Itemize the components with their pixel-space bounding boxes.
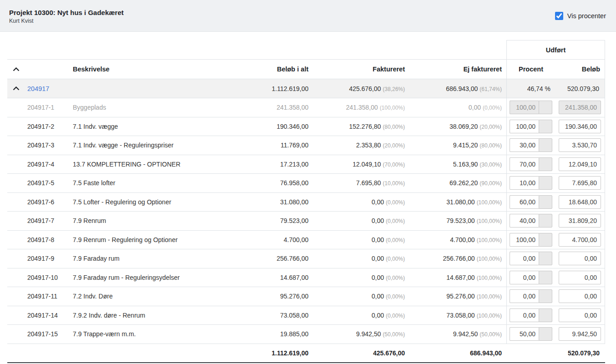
row-belob-i-alt: 76.958,00 <box>231 179 313 187</box>
column-header-faktureret: Faktureret <box>313 66 409 73</box>
collapse-all-toggle[interactable] <box>7 66 27 73</box>
percent-suffix <box>539 233 552 247</box>
row-belob-i-alt: 14.687,00 <box>231 274 313 281</box>
belob-input[interactable] <box>559 327 601 341</box>
table-body: 204917-1 Byggeplads 241.358,00 241.358,0… <box>7 98 605 344</box>
row-belob-i-alt: 4.700,00 <box>231 236 313 243</box>
row-procent-cell <box>506 306 555 325</box>
row-faktureret-pct: (0,00%) <box>386 256 405 262</box>
procent-input[interactable] <box>510 252 539 265</box>
row-faktureret: 7.695,80(10,00%) <box>313 179 409 187</box>
table-row: 204917-2 7.1 Indv. vægge 190.346,00 152.… <box>7 117 605 136</box>
parent-collapse-toggle[interactable] <box>7 86 27 91</box>
row-belob-cell <box>555 117 605 136</box>
row-faktureret: 0,00(0,00%) <box>313 198 409 206</box>
belob-input[interactable] <box>559 101 601 114</box>
procent-input[interactable] <box>510 120 539 133</box>
procent-input[interactable] <box>510 327 539 341</box>
procent-input[interactable] <box>510 214 539 228</box>
procent-input[interactable] <box>510 233 539 247</box>
vis-procenter-label: Vis procenter <box>567 12 606 20</box>
row-belob-i-alt: 95.276,00 <box>231 293 313 300</box>
row-belob-cell <box>555 193 605 212</box>
belob-input[interactable] <box>559 271 601 284</box>
row-id: 204917-10 <box>27 274 73 281</box>
row-procent-cell <box>506 231 555 249</box>
procent-input[interactable] <box>510 138 539 152</box>
belob-input[interactable] <box>559 176 601 190</box>
percent-suffix <box>539 252 552 265</box>
belob-input[interactable] <box>559 214 601 228</box>
column-header-procent: Procent <box>506 60 555 79</box>
row-belob-cell <box>555 174 605 192</box>
row-ej-faktureret: 31.080,00(100,00%) <box>409 198 506 206</box>
chevron-up-icon <box>13 67 20 71</box>
row-ej-faktureret-pct: (100,00%) <box>477 199 502 206</box>
belob-input[interactable] <box>559 195 601 209</box>
belob-input[interactable] <box>559 308 601 322</box>
procent-input[interactable] <box>510 195 539 209</box>
row-faktureret: 0,00(0,00%) <box>313 274 409 281</box>
column-header-belob-i-alt: Beløb i alt <box>231 66 313 73</box>
parent-belob-value: 520.079,30 <box>555 79 605 98</box>
belob-input[interactable] <box>559 289 601 303</box>
table-row: 204917-15 7.9 Trappe-værn m.m. 19.885,00… <box>7 325 605 344</box>
row-description: 13.7 KOMPLETTERING - OPTIONER <box>73 161 231 168</box>
procent-input[interactable] <box>510 271 539 284</box>
procent-input[interactable] <box>510 289 539 303</box>
parent-faktureret-pct: (38,26%) <box>383 86 405 92</box>
row-ej-faktureret-pct: (100,00%) <box>477 275 502 281</box>
vis-procenter-checkbox[interactable] <box>555 12 563 20</box>
percent-suffix <box>539 176 552 190</box>
row-id: 204917-2 <box>27 123 73 130</box>
belob-input[interactable] <box>559 252 601 265</box>
row-id: 204917-4 <box>27 161 73 168</box>
percent-suffix <box>539 120 552 133</box>
row-procent-cell <box>506 117 555 136</box>
table-row: 204917-3 7.1 Indv. vægge - Reguleringspr… <box>7 136 605 155</box>
percent-suffix <box>539 271 552 284</box>
page-subtitle: Kurt Kvist <box>9 18 124 24</box>
row-ej-faktureret: 9.942,50(50,00%) <box>409 330 506 338</box>
vis-procenter-toggle[interactable]: Vis procenter <box>555 12 606 20</box>
row-belob-i-alt: 241.358,00 <box>231 104 313 111</box>
parent-id-link[interactable]: 204917 <box>27 85 49 92</box>
row-procent-cell <box>506 268 555 287</box>
row-faktureret-pct: (50,00%) <box>383 331 405 338</box>
procent-input[interactable] <box>510 101 539 114</box>
procent-input[interactable] <box>510 157 539 171</box>
row-procent-cell <box>506 249 555 268</box>
row-ej-faktureret: 69.262,20(90,00%) <box>409 179 506 187</box>
row-faktureret: 0,00(0,00%) <box>313 236 409 243</box>
row-faktureret: 241.358,00(100,00%) <box>313 104 409 111</box>
belob-input[interactable] <box>559 138 601 152</box>
row-belob-i-alt: 79.523,00 <box>231 217 313 224</box>
row-ej-faktureret: 14.687,00(100,00%) <box>409 274 506 281</box>
procent-input[interactable] <box>510 308 539 322</box>
row-faktureret: 0,00(0,00%) <box>313 293 409 300</box>
group-header-spacer <box>7 40 506 59</box>
belob-input[interactable] <box>559 233 601 247</box>
row-id: 204917-3 <box>27 142 73 149</box>
procent-input[interactable] <box>510 176 539 190</box>
belob-input[interactable] <box>559 157 601 171</box>
row-ej-faktureret-pct: (50,00%) <box>480 331 502 338</box>
group-header-row: Udført <box>7 40 605 59</box>
row-faktureret: 12.049,10(70,00%) <box>313 161 409 168</box>
belob-input[interactable] <box>559 120 601 133</box>
parent-row: 204917 1.112.619,00 425.676,00(38,26%) 6… <box>7 79 605 98</box>
footer-ej-faktureret: 686.943,00 <box>409 349 506 357</box>
parent-belob-i-alt: 1.112.619,00 <box>231 85 313 92</box>
footer-faktureret: 425.676,00 <box>313 349 409 357</box>
table-row: 204917-4 13.7 KOMPLETTERING - OPTIONER 1… <box>7 155 605 174</box>
row-faktureret-pct: (0,00%) <box>386 237 405 243</box>
parent-faktureret: 425.676,00(38,26%) <box>313 85 409 92</box>
footer-belob-i-alt: 1.112.619,00 <box>231 349 313 357</box>
table-row: 204917-1 Byggeplads 241.358,00 241.358,0… <box>7 98 605 117</box>
row-description: 7.5 Faste lofter <box>73 179 231 187</box>
row-procent-cell <box>506 193 555 212</box>
row-faktureret-pct: (20,00%) <box>383 142 405 149</box>
percent-suffix <box>539 138 552 152</box>
table-row: 204917-14 7.9.2 Indv. døre - Renrum 73.0… <box>7 306 605 325</box>
row-id: 204917-11 <box>27 293 73 300</box>
